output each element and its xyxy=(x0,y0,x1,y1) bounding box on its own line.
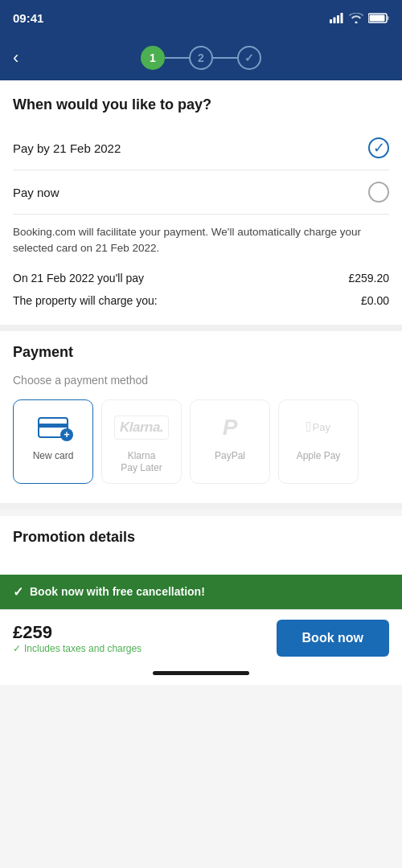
banner-text: Book now with free cancellation! xyxy=(30,585,205,598)
section-divider-2 xyxy=(0,503,402,510)
payment-timing-section: When would you like to pay? Pay by 21 Fe… xyxy=(0,80,402,325)
svg-rect-6 xyxy=(370,14,385,21)
promotion-section: Promotion details xyxy=(0,516,402,575)
back-button[interactable]: ‹ xyxy=(13,44,25,72)
plus-badge: + xyxy=(60,428,73,441)
status-bar: 09:41 xyxy=(0,0,402,35)
apple-pay-label: Apple Pay xyxy=(297,450,341,463)
pay-now-radio[interactable] xyxy=(368,182,389,203)
price-row-2: The property will charge you: £0.00 xyxy=(13,289,389,312)
when-to-pay-title: When would you like to pay? xyxy=(13,96,389,113)
payment-subtitle: Choose a payment method xyxy=(13,374,389,387)
wifi-icon xyxy=(349,13,363,23)
apple-pay-icon: Pay xyxy=(306,411,330,444)
svg-rect-3 xyxy=(341,13,343,23)
klarna-label: KlarnaPay Later xyxy=(121,450,162,475)
incl-label: Includes taxes and charges xyxy=(24,643,142,654)
total-price: £259 xyxy=(13,622,142,643)
home-bar xyxy=(153,671,249,675)
step-3: ✓ xyxy=(237,46,261,70)
svg-rect-0 xyxy=(330,19,332,23)
apple-pay-option[interactable]: Pay Apple Pay xyxy=(278,399,359,484)
check-mark: ✓ xyxy=(373,139,385,157)
pay-now-label: Pay now xyxy=(13,186,59,199)
paypal-icon: P xyxy=(223,411,238,444)
pay-later-radio[interactable]: ✓ xyxy=(368,137,389,158)
price-block: £259 ✓ Includes taxes and charges xyxy=(13,622,142,654)
new-card-option[interactable]: + New card xyxy=(13,399,93,484)
signal-icon xyxy=(330,13,344,23)
step-line-2 xyxy=(213,57,237,59)
step-indicator: 1 2 ✓ xyxy=(141,46,261,70)
info-text: Booking.com will facilitate your payment… xyxy=(13,224,389,257)
section-divider-1 xyxy=(0,325,402,331)
price-row-1: On 21 Feb 2022 you'll pay £259.20 xyxy=(13,267,389,289)
book-now-button[interactable]: Book now xyxy=(277,620,389,657)
payment-methods-list: + New card Klarna. KlarnaPay Later P Pay… xyxy=(13,399,389,487)
step-2: 2 xyxy=(189,46,213,70)
includes-text: ✓ Includes taxes and charges xyxy=(13,643,142,654)
promotion-title: Promotion details xyxy=(13,529,389,546)
klarna-icon: Klarna. xyxy=(114,411,169,444)
pay-later-label: Pay by 21 Feb 2022 xyxy=(13,141,121,155)
price-label-1: On 21 Feb 2022 you'll pay xyxy=(13,272,144,285)
payment-title: Payment xyxy=(13,344,389,361)
banner-check-icon: ✓ xyxy=(13,584,23,600)
svg-rect-2 xyxy=(337,15,339,23)
paypal-option[interactable]: P PayPal xyxy=(190,399,270,484)
price-label-2: The property will charge you: xyxy=(13,294,158,307)
free-cancellation-banner: ✓ Book now with free cancellation! xyxy=(0,575,402,609)
price-value-2: £0.00 xyxy=(361,294,389,307)
svg-rect-1 xyxy=(334,17,336,23)
paypal-label: PayPal xyxy=(215,450,245,463)
nav-bar: ‹ 1 2 ✓ xyxy=(0,35,402,80)
home-indicator xyxy=(0,665,402,685)
bottom-bar: £259 ✓ Includes taxes and charges Book n… xyxy=(0,609,402,665)
svg-rect-5 xyxy=(388,16,389,20)
pay-later-option[interactable]: Pay by 21 Feb 2022 ✓ xyxy=(13,126,389,170)
pay-now-option[interactable]: Pay now xyxy=(13,170,389,215)
payment-section: Payment Choose a payment method + New ca… xyxy=(0,331,402,503)
battery-icon xyxy=(368,13,389,23)
status-icons xyxy=(330,13,389,23)
time: 09:41 xyxy=(13,11,43,25)
incl-check-icon: ✓ xyxy=(13,643,21,654)
new-card-icon: + xyxy=(38,411,68,444)
klarna-option[interactable]: Klarna. KlarnaPay Later xyxy=(101,399,182,484)
new-card-label: New card xyxy=(33,450,74,463)
step-1: 1 xyxy=(141,46,165,70)
step-line-1 xyxy=(165,57,189,59)
price-value-1: £259.20 xyxy=(348,272,389,285)
